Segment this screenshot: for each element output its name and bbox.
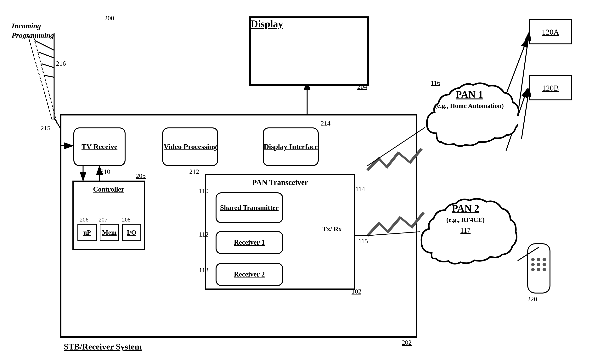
ref-102: 102 [351,288,361,295]
shared-transmitter-box: Shared Transmitter [215,192,283,223]
remote-control [527,243,551,293]
display-monitor: Display [249,16,369,86]
receiver2-box: Receiver 2 [215,263,283,286]
ref-115: 115 [358,238,368,245]
remote-dot [537,268,540,271]
up-box: uP [78,224,97,241]
incoming-programming-label: Incoming Programming [12,21,66,40]
shared-transmitter-label: Shared Transmitter [220,203,279,212]
ref-114: 114 [355,185,365,193]
pan2-cloud: PAN 2 (e.g., RF4CE) 117 [415,189,518,276]
remote-dot [537,258,540,261]
up-label: uP [83,229,91,236]
video-processing-box: Video Processing [162,127,218,166]
controller-label: Controller [93,185,124,193]
ref-116: 116 [431,79,440,86]
io-box: I/O [122,224,141,241]
tv-receive-box: TV Receive [73,127,125,166]
remote-dot [543,258,546,261]
svg-line-8 [28,36,52,120]
remote-dot [543,263,546,266]
ref-216: 216 [56,60,66,67]
remote-dot [531,258,535,261]
ref-204: 204 [357,83,367,90]
ref-110: 110 [199,187,208,195]
svg-line-41 [521,88,529,139]
ref-117: 117 [427,226,504,234]
ref-220: 220 [527,295,537,303]
box-120a: 120A [529,19,572,44]
svg-line-7 [45,75,54,77]
tx-rx-label: Tx/ Rx [323,225,342,233]
pan-transceiver-box: PAN Transceiver Shared Transmitter Recei… [205,174,355,290]
receiver2-label: Receiver 2 [234,270,265,279]
ref-202: 202 [402,339,412,346]
pan1-cloud: PAN 1 (e.g., Home Automation) 116 [421,73,518,155]
ref-112: 112 [199,231,208,238]
pan-transceiver-label: PAN Transceiver [206,178,354,187]
remote-dot [531,263,535,266]
io-label: I/O [127,229,136,236]
pan1-label-inside: PAN 1 (e.g., Home Automation) [433,89,506,110]
receiver1-label: Receiver 1 [234,238,265,247]
tv-receive-label: TV Receive [82,142,117,151]
display-label: Display [251,18,367,30]
ref-113: 113 [199,266,208,274]
svg-line-40 [518,32,529,116]
ref-207: 207 [99,216,107,223]
video-processing-label: Video Processing [164,142,217,151]
ref-210: 210 [100,168,110,175]
ref-120a: 120A [542,27,559,37]
svg-line-4 [35,40,54,50]
ref-200: 200 [104,14,114,22]
stb-system-label: STB/Receiver System [64,342,142,352]
ref-208: 208 [122,216,130,223]
box-120b: 120B [529,75,572,100]
controller-box: Controller 205 uP 206 Mem I/O 208 207 [72,181,145,250]
display-interface-label: Display Interface [264,142,318,151]
mem-label: Mem [102,229,117,236]
remote-dot [531,268,535,271]
ref-214: 214 [321,120,331,127]
pan2-label-inside: PAN 2 (e.g., RF4CE) 117 [427,203,504,234]
ref-215: 215 [40,124,50,132]
ref-120b: 120B [542,84,559,92]
ref-205: 205 [136,172,146,179]
diagram-container: Incoming Programming 216 215 200 Display… [0,0,592,364]
svg-line-5 [39,52,54,58]
remote-dot [537,263,540,266]
ref-212: 212 [189,168,199,175]
mem-box: Mem [100,224,119,241]
ref-206: 206 [80,216,88,223]
receiver1-box: Receiver 1 [215,231,283,254]
svg-line-6 [41,64,54,68]
remote-dot [543,268,546,271]
svg-line-9 [33,34,57,124]
display-interface-box: Display Interface [263,127,319,166]
